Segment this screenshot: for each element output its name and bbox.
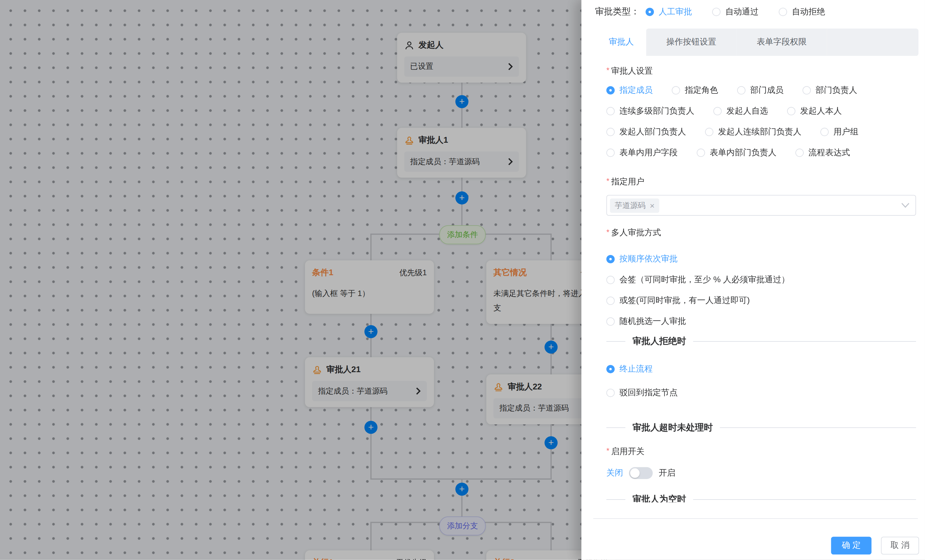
approver-setting-option[interactable]: 流程表达式	[795, 148, 850, 158]
on-reject-radio-group: 终止流程驳回到指定节点	[606, 364, 916, 398]
approval-type-label: 审批类型：	[595, 6, 639, 17]
radio-icon	[646, 8, 654, 16]
workflow-designer: +++++++添加条件添加分支发起人已设置审批人1指定成员：芋道源码条件1优先级…	[0, 0, 925, 560]
approver-setting-option[interactable]: 发起人连续部门负责人	[705, 127, 801, 137]
tab-表单字段权限[interactable]: 表单字段权限	[737, 29, 827, 56]
radio-label: 发起人部门负责人	[619, 127, 686, 137]
radio-icon	[606, 86, 615, 95]
radio-icon	[779, 8, 787, 16]
radio-icon	[697, 149, 705, 157]
multi-approve-option[interactable]: 按顺序依次审批	[606, 253, 916, 265]
drawer-body: *审批人设置 指定成员指定角色部门成员部门负责人连续多级部门负责人发起人自选发起…	[581, 56, 925, 503]
radio-icon	[787, 107, 795, 115]
radio-label: 指定角色	[685, 85, 718, 96]
radio-icon	[606, 365, 615, 373]
radio-label: 流程表达式	[809, 148, 850, 158]
tag-close-icon[interactable]: ×	[650, 201, 655, 210]
required-asterisk: *	[606, 446, 609, 455]
drawer-tabs: 审批人操作按钮设置表单字段权限	[596, 29, 919, 56]
radio-label: 用户组	[833, 127, 859, 137]
approval-type-option[interactable]: 人工审批	[646, 6, 692, 17]
radio-label: 发起人连续部门负责人	[718, 127, 801, 137]
radio-label: 会签（可同时审批，至少 % 人必须审批通过）	[619, 275, 789, 285]
radio-label: 部门成员	[750, 85, 783, 96]
timeout-switch-row: 关闭 开启	[606, 467, 916, 479]
radio-label: 驳回到指定节点	[619, 387, 678, 398]
switch-off-label: 关闭	[606, 468, 623, 479]
radio-label: 表单内用户字段	[619, 148, 678, 158]
radio-icon	[606, 318, 615, 326]
radio-label: 部门负责人	[815, 85, 857, 96]
cancel-button[interactable]: 取 消	[881, 537, 919, 555]
approver-setting-option[interactable]: 表单内部门负责人	[697, 148, 776, 158]
multi-approve-option[interactable]: 会签（可同时审批，至少 % 人必须审批通过）	[606, 274, 916, 286]
on-timeout-divider: 审批人超时未处理时	[606, 422, 916, 433]
radio-icon	[672, 86, 680, 95]
approver-setting-radio-group: 指定成员指定角色部门成员部门负责人连续多级部门负责人发起人自选发起人本人发起人部…	[606, 84, 916, 168]
tab-操作按钮设置[interactable]: 操作按钮设置	[646, 29, 737, 56]
on-reject-option[interactable]: 终止流程	[606, 364, 916, 375]
multi-approve-radio-group: 按顺序依次审批会签（可同时审批，至少 % 人必须审批通过）或签(可同时审批，有一…	[606, 253, 916, 327]
tab-审批人[interactable]: 审批人	[596, 29, 646, 56]
approval-type-radio-group: 人工审批自动通过自动拒绝	[646, 6, 825, 17]
radio-label: 发起人本人	[800, 106, 842, 116]
approver-setting-option[interactable]: 指定成员	[606, 85, 652, 96]
radio-label: 按顺序依次审批	[619, 254, 678, 264]
approver-setting-option[interactable]: 部门负责人	[802, 85, 857, 96]
user-tag: 芋道源码 ×	[610, 198, 660, 212]
confirm-button[interactable]: 确 定	[831, 537, 872, 555]
assigned-user-label: *指定用户	[606, 176, 916, 187]
approval-type-option[interactable]: 自动拒绝	[779, 6, 825, 17]
on-reject-option[interactable]: 驳回到指定节点	[606, 387, 916, 398]
radio-label: 连续多级部门负责人	[619, 106, 694, 116]
approver-setting-option[interactable]: 用户组	[820, 127, 859, 137]
multi-approve-label: *多人审批方式	[606, 227, 916, 238]
radio-icon	[820, 128, 829, 136]
radio-icon	[795, 149, 804, 157]
radio-label: 表单内部门负责人	[710, 148, 776, 158]
radio-label: 自动通过	[725, 6, 759, 17]
radio-icon	[606, 276, 615, 284]
radio-icon	[802, 86, 811, 95]
radio-icon	[705, 128, 713, 136]
radio-label: 人工审批	[659, 6, 692, 17]
approval-settings-drawer: 审批类型： 人工审批自动通过自动拒绝 审批人操作按钮设置表单字段权限 *审批人设…	[581, 0, 925, 560]
user-tag-label: 芋道源码	[615, 200, 646, 211]
footer-divider	[594, 518, 918, 519]
radio-icon	[606, 297, 615, 305]
partial-divider: 审批人为空时	[606, 494, 916, 502]
approver-setting-option[interactable]: 连续多级部门负责人	[606, 106, 694, 116]
radio-icon	[713, 107, 722, 115]
required-asterisk: *	[606, 177, 609, 185]
radio-icon	[606, 255, 615, 263]
timeout-toggle-switch[interactable]	[629, 467, 652, 479]
radio-label: 发起人自选	[726, 106, 768, 116]
radio-icon	[606, 149, 615, 157]
radio-label: 或签(可同时审批，有一人通过即可)	[619, 295, 750, 306]
chevron-down-icon	[901, 203, 910, 208]
multi-approve-option[interactable]: 或签(可同时审批，有一人通过即可)	[606, 295, 916, 307]
switch-on-label: 开启	[659, 468, 675, 479]
approver-setting-option[interactable]: 表单内用户字段	[606, 148, 678, 158]
radio-label: 指定成员	[619, 85, 652, 96]
approver-setting-option[interactable]: 发起人本人	[787, 106, 842, 116]
on-reject-divider: 审批人拒绝时	[606, 336, 916, 347]
approval-type-row: 审批类型： 人工审批自动通过自动拒绝	[595, 6, 825, 17]
radio-label: 随机挑选一人审批	[619, 316, 686, 327]
approver-setting-option[interactable]: 部门成员	[737, 85, 783, 96]
approver-setting-option[interactable]: 发起人自选	[713, 106, 768, 116]
radio-label: 终止流程	[619, 364, 652, 375]
tab-strip-filler	[827, 29, 919, 56]
approver-setting-label: *审批人设置	[606, 65, 916, 77]
approver-setting-option[interactable]: 指定角色	[672, 85, 718, 96]
radio-icon	[606, 389, 615, 397]
multi-approve-option[interactable]: 随机挑选一人审批	[606, 316, 916, 327]
radio-icon	[606, 128, 615, 136]
approval-type-option[interactable]: 自动通过	[712, 6, 759, 17]
assigned-user-select[interactable]: 芋道源码 ×	[606, 195, 916, 216]
enable-switch-label: *启用开关	[606, 446, 916, 457]
drawer-footer: 确 定 取 消	[581, 537, 919, 555]
approver-setting-option[interactable]: 发起人部门负责人	[606, 127, 686, 137]
required-asterisk: *	[606, 227, 609, 236]
radio-icon	[737, 86, 746, 95]
